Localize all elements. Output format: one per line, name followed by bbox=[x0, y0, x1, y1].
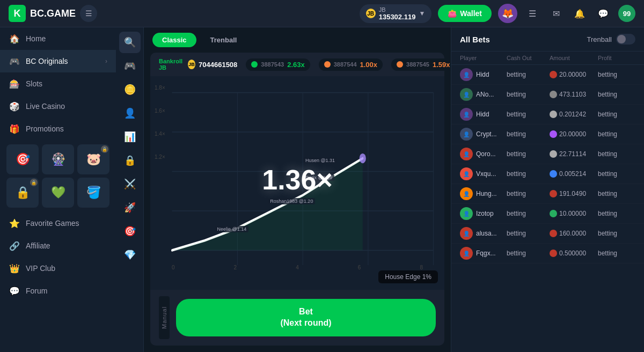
mail-icon[interactable]: ✉ bbox=[547, 5, 565, 22]
icon-nav-games[interactable]: 🎮 bbox=[119, 55, 141, 77]
amount-icon bbox=[550, 230, 557, 237]
cashout-value: betting bbox=[507, 111, 550, 118]
sidebar-item-slots[interactable]: 🎰 Slots bbox=[0, 72, 116, 95]
notification-badge[interactable]: 99 bbox=[618, 5, 635, 22]
trenball-toggle[interactable] bbox=[616, 34, 635, 45]
coin-balance-widget[interactable]: JB JB 135302.119 ▼ bbox=[360, 4, 432, 23]
tab-trenball[interactable]: Trenball bbox=[201, 33, 247, 47]
amount-value: 10.00000 bbox=[559, 210, 586, 217]
profit-value: betting bbox=[598, 130, 635, 138]
profit-value: betting bbox=[598, 71, 635, 78]
player-name: alusa... bbox=[476, 230, 497, 237]
bell-icon[interactable]: 🔔 bbox=[571, 5, 588, 22]
icon-navigation: 🔍 🎮 🪙 👤 📊 🔒 ⚔️ 🚀 🎯 💎 bbox=[116, 27, 144, 352]
hamburger-menu-button[interactable]: ☰ bbox=[80, 5, 97, 22]
wallet-button[interactable]: 👛 Wallet bbox=[438, 5, 492, 22]
sidebar-item-vip-club[interactable]: 👑 VIP Club bbox=[0, 257, 116, 280]
player-name: Fqgx... bbox=[476, 250, 496, 257]
cashout-value: betting bbox=[507, 130, 550, 138]
game-area: Classic Trenball Bankroll JB JB 70446615… bbox=[144, 27, 451, 352]
icon-nav-coins[interactable]: 🪙 bbox=[119, 79, 141, 100]
bankroll-info: Bankroll JB JB 7044661508 bbox=[159, 58, 237, 71]
amount-icon bbox=[550, 190, 557, 197]
sidebar-item-label: Live Casino bbox=[26, 102, 107, 111]
cashout-value: betting bbox=[507, 190, 550, 197]
house-edge-badge: House Edge 1% bbox=[378, 270, 438, 283]
player-cell: 👤 Qoro... bbox=[460, 148, 507, 160]
amount-icon bbox=[550, 170, 557, 178]
mult-dot-2 bbox=[324, 61, 331, 68]
game-content: Bankroll JB JB 7044661508 3887543 2.63x … bbox=[144, 53, 451, 352]
icon-nav-chart[interactable]: 📊 bbox=[119, 126, 141, 148]
sidebar-item-affiliate[interactable]: 🔗 Affiliate bbox=[0, 234, 116, 257]
sidebar-item-favorite-games[interactable]: ⭐ Favorite Games bbox=[0, 212, 116, 234]
bets-title: All Bets bbox=[460, 35, 490, 44]
icon-nav-lock[interactable]: 🔒 bbox=[119, 150, 141, 171]
coin-dropdown-icon: ▼ bbox=[419, 10, 425, 17]
avatar: 👤 bbox=[460, 207, 473, 220]
promo-card-2[interactable]: 🎡 bbox=[42, 144, 74, 174]
lock-badge: 🔒 bbox=[30, 179, 38, 186]
avatar: 👤 bbox=[460, 187, 473, 200]
sidebar-item-bc-originals[interactable]: 🎮 BC Originals › bbox=[0, 50, 116, 72]
bet-button[interactable]: Bet (Next round) bbox=[176, 299, 436, 336]
table-row: 👤 alusa... betting 160.0000 betting bbox=[451, 224, 644, 244]
player-cell: 👤 Hidd bbox=[460, 68, 507, 81]
avatar: 👤 bbox=[460, 108, 473, 121]
cashout-value: betting bbox=[507, 71, 550, 78]
icon-nav-search[interactable]: 🔍 bbox=[119, 32, 141, 53]
promo-card-6[interactable]: 🪣 bbox=[77, 178, 109, 208]
table-row: 👤 Hung... betting 191.0490 betting bbox=[451, 184, 644, 204]
promo-card-4[interactable]: 🔒 🔒 bbox=[6, 178, 39, 208]
sidebar-item-promotions[interactable]: 🎁 Promotions bbox=[0, 118, 116, 140]
sidebar-item-live-casino[interactable]: 🎲 Live Casino bbox=[0, 95, 116, 118]
avatar: 👤 bbox=[460, 148, 473, 160]
main-layout: 🏠 Home 🎮 BC Originals › 🎰 Slots 🎲 Live C… bbox=[0, 27, 644, 352]
multiplier-3: 3887545 1.59x bbox=[391, 58, 451, 71]
tab-classic[interactable]: Classic bbox=[152, 33, 196, 47]
icon-nav-sword[interactable]: ⚔️ bbox=[119, 173, 141, 195]
mult-id-2: 3887544 bbox=[334, 61, 357, 68]
sidebar-item-label: Favorite Games bbox=[26, 219, 107, 228]
table-row: 👤 Hidd betting 20.00000 betting bbox=[451, 65, 644, 85]
cashout-value: betting bbox=[507, 250, 550, 257]
y-label-16: 1.6× bbox=[155, 108, 165, 114]
x-axis-labels: 0 2 4 6 8 bbox=[172, 265, 423, 270]
icon-nav-dice[interactable]: 🎯 bbox=[119, 221, 141, 242]
promo-card-5[interactable]: 💚 bbox=[42, 178, 74, 208]
sidebar-item-forum[interactable]: 💬 Forum bbox=[0, 280, 116, 302]
icon-nav-rocket[interactable]: 🚀 bbox=[119, 197, 141, 218]
x-label-6: 6 bbox=[358, 265, 361, 270]
promotions-grid: 🎯 🎡 🐷 🔒 🔒 🔒 💚 🪣 bbox=[6, 144, 109, 208]
profit-value: betting bbox=[598, 91, 635, 98]
mult-value-1: 2.63x bbox=[287, 61, 305, 69]
user-avatar[interactable]: 🦊 bbox=[498, 4, 517, 23]
amount-cell: 160.0000 bbox=[550, 230, 598, 237]
forum-icon: 💬 bbox=[9, 285, 20, 297]
promotions-grid-section: 🎯 🎡 🐷 🔒 🔒 🔒 💚 🪣 bbox=[0, 140, 116, 212]
sidebar-item-home[interactable]: 🏠 Home bbox=[0, 27, 116, 50]
icon-nav-diamond[interactable]: 💎 bbox=[119, 244, 141, 266]
sidebar-item-label: VIP Club bbox=[26, 264, 107, 273]
sidebar-item-label: Forum bbox=[26, 287, 107, 295]
player-name: ANo... bbox=[476, 91, 494, 98]
promo-card-3[interactable]: 🐷 🔒 bbox=[77, 144, 109, 174]
col-amount: Amount bbox=[550, 55, 598, 61]
sidebar-item-label: Home bbox=[26, 34, 107, 43]
profit-value: betting bbox=[598, 111, 635, 118]
chat-icon[interactable]: 💬 bbox=[595, 5, 612, 22]
bets-panel: All Bets Trenball Player Cash Out Amount… bbox=[451, 27, 644, 352]
amount-cell: 20.00000 bbox=[550, 130, 598, 138]
lines-menu-icon[interactable]: ☰ bbox=[524, 5, 541, 22]
table-row: 👤 Vxqu... betting 0.005214 betting bbox=[451, 164, 644, 184]
col-player: Player bbox=[460, 55, 507, 61]
player-name: Hidd bbox=[476, 71, 489, 78]
promo-card-1[interactable]: 🎯 bbox=[6, 144, 39, 174]
x-label-2: 2 bbox=[234, 265, 237, 270]
x-label-0: 0 bbox=[172, 265, 175, 270]
icon-nav-user[interactable]: 👤 bbox=[119, 102, 141, 124]
sidebar-item-label: Affiliate bbox=[26, 241, 107, 250]
game-header: Bankroll JB JB 7044661508 3887543 2.63x … bbox=[150, 53, 444, 76]
mult-id-1: 3887543 bbox=[261, 61, 284, 68]
amount-icon bbox=[550, 111, 557, 118]
